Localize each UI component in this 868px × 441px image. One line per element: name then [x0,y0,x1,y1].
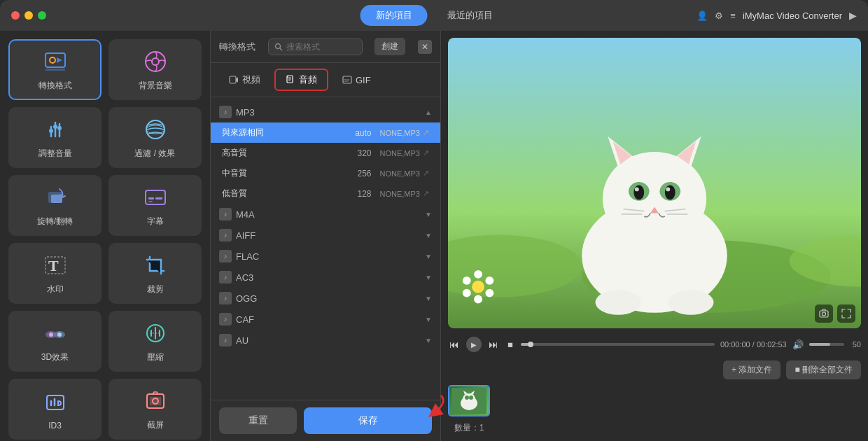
camera-icon [819,309,829,318]
sidebar-item-convert[interactable]: 轉換格式 [8,39,102,100]
format-group-flac[interactable]: ♪ FLAC ▼ [211,246,440,267]
preview-icons [815,304,855,323]
minimize-window-btn[interactable] [24,11,33,20]
stop-btn[interactable]: ⏹ [505,340,515,350]
format-group-ogg[interactable]: ♪ OGG ▼ [211,288,440,309]
camera-icon-btn[interactable] [815,304,833,323]
format-panel-footer: 重置 保存 [211,400,440,441]
format-group-m4a[interactable]: ♪ M4A ▼ [211,204,440,225]
thumbnail-image [449,386,489,415]
sidebar-item-crop[interactable]: 裁剪 [108,243,202,304]
preview-panel: ⏮ ▶ ⏭ ⏹ 00:00:00 / 00:02:53 🔊 50 + 添加文件 … [441,31,868,441]
format-group-aiff[interactable]: ♪ AIFF ▼ [211,225,440,246]
format-row-low[interactable]: 低音質 128 NONE,MP3 ↗ [211,183,440,204]
svg-rect-11 [51,195,62,203]
svg-point-72 [465,396,469,400]
format-group-caf[interactable]: ♪ CAF ▼ [211,309,440,330]
sidebar-item-id3[interactable]: ID3 [8,379,102,440]
svg-point-56 [596,290,641,315]
settings-icon[interactable]: ⚙ [715,10,723,21]
volume-icon: 🔊 [792,340,804,350]
external-icon-3: ↗ [423,169,429,178]
tab-new-project[interactable]: 新的項目 [360,5,428,26]
create-btn[interactable]: 創建 [374,38,405,55]
progress-bar[interactable] [521,343,715,346]
sidebar-item-screenshot-label: 截屏 [147,419,164,431]
sidebar-item-watermark[interactable]: T 水印 [8,243,102,304]
fullscreen-icon-btn[interactable] [837,304,855,323]
chevron-down-au: ▼ [425,337,432,344]
sidebar-item-bgmusic[interactable]: 背景音樂 [108,39,202,100]
video-controls: ⏮ ▶ ⏭ ⏹ 00:00:00 / 00:02:53 🔊 50 [448,334,861,355]
sidebar-item-3d[interactable]: 3D效果 [8,311,102,372]
svg-point-64 [463,276,471,285]
svg-point-8 [146,120,164,139]
tab-audio[interactable]: 音頻 [274,69,328,91]
sidebar-item-convert-label: 轉換格式 [38,80,72,92]
subtitle-icon [141,183,169,211]
sidebar-item-filter[interactable]: 過濾 / 效果 [108,107,202,168]
svg-point-62 [474,295,482,304]
menu-icon[interactable]: ≡ [730,10,736,21]
id3-icon [41,388,69,416]
sidebar-item-rotate[interactable]: 旋轉/翻轉 [8,175,102,236]
reset-btn[interactable]: 重置 [219,407,297,434]
thumbnail-item[interactable] [448,385,490,416]
video-tab-icon [229,75,239,85]
sidebar-item-bgmusic-label: 背景音樂 [139,80,172,92]
format-group-mp3[interactable]: ♪ MP3 ▲ [211,102,440,122]
format-panel: 轉換格式 創建 ✕ 視頻 [210,31,441,441]
svg-point-3 [146,52,165,71]
aiff-icon: ♪ [219,229,232,241]
search-input[interactable] [286,42,356,52]
window-controls[interactable] [11,11,46,20]
sidebar-item-subtitle-label: 字幕 [147,216,164,227]
tab-bar: 新的項目 最近的項目 [360,5,508,26]
format-row-mid[interactable]: 中音質 256 NONE,MP3 ↗ [211,163,440,183]
sidebar-item-screenshot[interactable]: 截屏 [108,379,202,440]
search-icon [274,43,283,51]
watermark-icon: T [41,251,69,279]
tab-gif[interactable]: GIF GIF [332,69,381,91]
close-window-btn[interactable] [11,11,20,20]
save-btn[interactable]: 保存 [304,407,432,434]
sidebar-item-crop-label: 裁剪 [147,284,164,295]
format-group-ac3[interactable]: ♪ AC3 ▼ [211,267,440,288]
format-header: 轉換格式 創建 ✕ [211,31,440,63]
svg-point-73 [469,396,473,400]
tab-recent-project[interactable]: 最近的項目 [432,5,508,26]
play-btn[interactable]: ▶ [466,337,482,352]
sidebar-item-subtitle[interactable]: 字幕 [108,175,202,236]
svg-point-21 [49,332,53,337]
format-row-high[interactable]: 高音質 320 NONE,MP3 ↗ [211,143,440,163]
title-bar-right: 👤 ⚙ ≡ iMyMac Video Converter ▶ [696,10,857,21]
fullscreen-window-btn[interactable] [38,11,46,20]
svg-rect-12 [146,190,165,204]
format-row-same[interactable]: 與來源相同 auto NONE,MP3 ↗ [211,122,440,143]
tab-video[interactable]: 視頻 [219,69,270,91]
account-icon[interactable]: 👤 [696,10,708,21]
chevron-down-aiff: ▼ [425,232,432,239]
main-area: 轉換格式 背景音樂 [0,31,868,441]
svg-point-22 [57,332,62,337]
sidebar-item-compress[interactable]: 壓縮 [108,311,202,372]
gif-tab-icon: GIF [342,75,352,85]
close-panel-btn[interactable]: ✕ [418,40,432,54]
sidebar-item-adjust[interactable]: 調整音量 [8,107,102,168]
ogg-icon: ♪ [219,292,232,304]
chevron-down-ac3: ▼ [425,274,432,281]
sidebar-item-rotate-label: 旋轉/翻轉 [37,216,73,227]
add-file-btn[interactable]: + 添加文件 [723,360,780,379]
sidebar-item-adjust-label: 調整音量 [38,148,72,160]
filter-icon [141,115,169,144]
delete-all-btn[interactable]: ■ 刪除全部文件 [786,360,861,379]
svg-line-29 [280,48,282,50]
svg-rect-14 [155,197,162,200]
skip-fwd-btn[interactable]: ⏭ [487,337,500,351]
skip-back-btn[interactable]: ⏮ [448,337,461,351]
external-icon: ↗ [423,128,429,137]
search-box[interactable] [268,38,363,55]
svg-point-66 [822,312,826,316]
volume-bar[interactable] [809,343,844,346]
format-group-au[interactable]: ♪ AU ▼ [211,330,440,351]
